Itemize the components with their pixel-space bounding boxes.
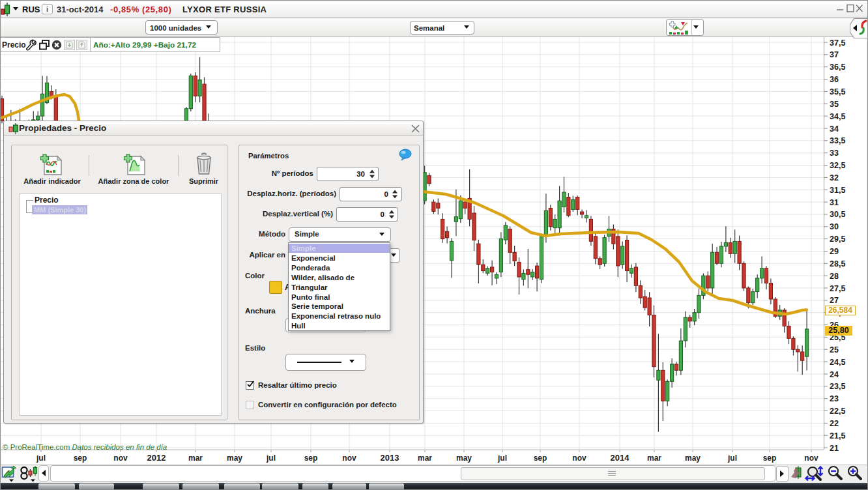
svg-text:37: 37	[830, 50, 839, 59]
svg-text:2013: 2013	[381, 453, 399, 463]
svg-text:nov: nov	[572, 454, 586, 463]
svg-text:36,5: 36,5	[830, 63, 845, 72]
svg-text:sep: sep	[534, 454, 547, 463]
svg-text:21,5: 21,5	[830, 431, 845, 440]
svg-text:jul: jul	[497, 454, 507, 463]
svg-text:sep: sep	[74, 454, 87, 463]
svg-text:nov: nov	[113, 454, 128, 463]
svg-text:31,5: 31,5	[830, 186, 845, 195]
svg-text:jul: jul	[36, 454, 46, 463]
svg-text:22: 22	[830, 419, 839, 428]
svg-text:32,5: 32,5	[830, 161, 845, 170]
svg-text:21: 21	[830, 444, 839, 453]
svg-text:30,5: 30,5	[830, 210, 845, 219]
svg-text:28,5: 28,5	[830, 259, 845, 268]
svg-text:may: may	[227, 454, 242, 463]
svg-text:35: 35	[830, 100, 839, 109]
svg-text:33: 33	[830, 149, 839, 158]
svg-text:27,5: 27,5	[830, 284, 845, 293]
svg-text:2012: 2012	[147, 453, 166, 463]
svg-text:sep: sep	[763, 454, 777, 463]
svg-text:jul: jul	[727, 454, 737, 463]
svg-text:jul: jul	[266, 454, 276, 463]
svg-text:35,5: 35,5	[830, 87, 845, 96]
svg-text:may: may	[456, 454, 472, 463]
svg-text:28: 28	[830, 272, 839, 281]
svg-text:23: 23	[830, 394, 839, 403]
svg-text:37,5: 37,5	[830, 38, 845, 48]
svg-text:33,5: 33,5	[830, 136, 845, 145]
svg-text:sep: sep	[304, 454, 318, 463]
svg-text:36: 36	[830, 75, 839, 84]
svg-text:31: 31	[830, 198, 839, 207]
svg-text:29: 29	[830, 247, 839, 256]
svg-text:mar: mar	[418, 454, 432, 463]
svg-text:24,5: 24,5	[830, 358, 845, 367]
svg-text:22,5: 22,5	[830, 407, 845, 416]
svg-text:34,5: 34,5	[830, 112, 845, 121]
svg-text:mar: mar	[647, 454, 661, 463]
svg-text:24: 24	[830, 370, 839, 379]
svg-text:nov: nov	[342, 454, 356, 463]
svg-text:may: may	[685, 454, 701, 463]
svg-text:27: 27	[830, 296, 839, 305]
svg-text:mar: mar	[188, 454, 203, 463]
svg-text:2014: 2014	[611, 453, 630, 463]
svg-text:34: 34	[830, 124, 839, 134]
svg-text:32: 32	[830, 173, 839, 182]
svg-text:nov: nov	[804, 454, 818, 463]
svg-text:25: 25	[830, 345, 839, 354]
svg-text:30: 30	[830, 222, 839, 231]
svg-text:23,5: 23,5	[830, 382, 845, 391]
svg-text:29,5: 29,5	[830, 235, 845, 244]
